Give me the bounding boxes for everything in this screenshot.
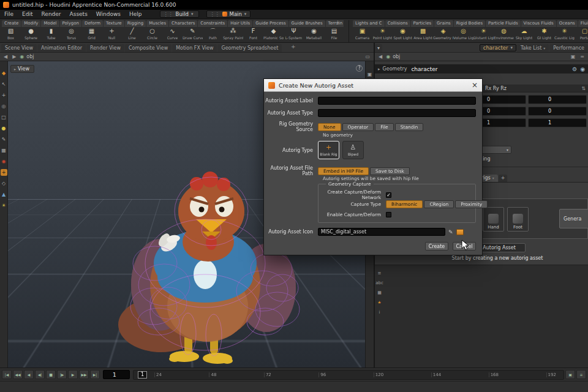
parameter-field[interactable]: 1 [528,118,587,127]
shelf-tool[interactable]: ◉ Metaball [304,27,324,43]
help-icon[interactable]: ? [356,65,363,72]
shelf-tool[interactable]: ✱ GI Light [534,27,554,43]
shelf-tab[interactable]: Model [41,20,59,27]
menu-icon[interactable]: ≡ [579,54,586,59]
shelf-tab[interactable]: Particles [411,20,434,27]
proximity-button[interactable]: Proximity [455,200,488,208]
shelf-tool[interactable]: ◎ Torus [61,27,81,43]
pane-side-icon[interactable]: ★ [377,300,381,306]
pane-tab[interactable]: Render View [86,44,124,52]
transport-button[interactable]: ▶ [68,370,78,379]
viewport-tool-icon[interactable]: + [1,92,7,99]
shelf-tab[interactable]: Create [2,20,21,27]
biharmonic-button[interactable]: Biharmonic [386,200,423,208]
viewport-tool-icon[interactable]: ◎ [1,103,7,110]
take-combo[interactable]: character ▾ [480,44,516,51]
shelf-tool[interactable]: ◉ Spot Light [393,27,413,43]
shelf-tab[interactable]: Viscous Fluids [521,20,556,27]
viewport-tool-icon[interactable]: ● [1,125,7,132]
viewport-tool-icon[interactable]: ▲ [1,191,7,198]
playbar-option-button[interactable]: ▣ [565,370,575,379]
capture-network-checkbox[interactable]: ✓ [386,192,391,198]
forward-icon[interactable]: ▶ [11,54,17,59]
transport-button[interactable]: ▶▶ [79,370,89,379]
menu-item[interactable]: Windows [92,11,125,17]
shelf-tab[interactable]: Collisions [385,20,410,27]
menu-item[interactable]: File [0,11,18,17]
pane-side-icon[interactable]: abc [375,280,383,286]
transport-button[interactable]: |◀ [2,370,12,379]
pane-side-icon[interactable]: ▦ [377,290,382,296]
add-pane-tab-button[interactable]: + [289,43,298,50]
source-operator-button[interactable]: Operator [342,123,374,131]
shelf-tab[interactable]: Guide Process [253,20,288,27]
path-breadcrumb[interactable]: obj [393,54,400,59]
pane-tab[interactable]: Animation Editor [37,44,86,52]
scene-combo[interactable]: ⋮⋮ Main ▾ [206,10,251,18]
shelf-tool[interactable]: ∿ Curve [162,27,183,43]
foot-rig-button[interactable]: Foot [507,207,529,232]
create-button[interactable]: Create [425,242,448,251]
cregion-button[interactable]: CRegion [424,200,454,208]
close-icon[interactable]: × [472,81,478,89]
viewport-tool-icon[interactable]: ✎ [1,136,7,143]
cancel-button[interactable]: Cancel [453,242,476,251]
embed-hip-button[interactable]: Embed in HIP File [318,167,369,175]
shelf-tool[interactable]: + Null [102,27,122,43]
shelf-tab[interactable]: Guide Brushes [289,20,325,27]
shelf-tool[interactable]: F Font [243,27,263,43]
shelf-tool[interactable]: ▩ Area Light [413,27,433,43]
asset-icon-input[interactable]: MISC_digital_asset [318,228,445,236]
viewport-tool-icon[interactable]: ▦ [1,147,7,154]
shelf-tab[interactable]: Modify [21,20,40,27]
shelf-tab[interactable]: Oceans [557,20,578,27]
shelf-tool[interactable]: ☀ Distant Light [473,27,494,43]
shelf-tool[interactable]: ⁂ Spray Paint [223,27,243,43]
menu-item[interactable]: Edit [18,11,37,17]
source-standin-button[interactable]: Standin [395,123,424,131]
shelf-tool[interactable]: ◈ Geometry Light [433,27,453,43]
transport-button[interactable]: ■ [46,370,56,379]
shelf-tool[interactable]: ▦ Grid [81,27,102,43]
expand-icon[interactable]: ▸ [378,67,380,72]
shelf-tab[interactable]: Deform [82,20,103,27]
parameter-field[interactable]: 0 [528,95,587,104]
eyedropper-icon[interactable]: ✎ [448,229,453,235]
viewport-tool-icon[interactable]: ◇ [1,180,7,187]
shelf-tool[interactable]: ✎ Draw Curve [183,27,203,43]
shelf-tab[interactable]: Polygon [60,20,82,27]
tab-take-list[interactable]: Take List ▾ [517,44,549,52]
viewport-tool-icon[interactable]: ◉ [1,158,7,165]
generate-button[interactable]: Genera [559,209,588,228]
playbar-option-button[interactable]: ≡ [576,370,586,379]
asset-type-input[interactable] [318,109,476,117]
menu-item[interactable]: Assets [66,11,92,17]
save-to-disk-button[interactable]: Save to Disk [370,167,410,175]
pane-side-icon[interactable]: ≡ [378,270,382,276]
shelf-tool[interactable]: ╱ Line [122,27,142,43]
shelf-tool[interactable]: ◍ Environment Light [494,27,514,43]
shelf-tool[interactable]: ◆ Platonic Solids [263,27,284,43]
pin-icon[interactable]: ▣ [570,54,577,59]
back-icon[interactable]: ◀ [377,54,383,59]
shelf-tool[interactable]: ○ Circle [142,27,162,43]
shelf-tool[interactable]: ☀ Point Light [372,27,393,43]
desktop-combo[interactable]: ⋮⋮ Build ▾ [160,10,199,18]
viewport-tool-icon[interactable]: ◆ [1,70,7,77]
add-shelf-tab-button[interactable]: + [334,20,342,25]
shelf-tool[interactable]: ▮ Tube [41,27,61,43]
node-icon[interactable]: ◉ [580,66,585,72]
source-file-button[interactable]: File [375,123,394,131]
shelf-tab[interactable]: Rigging [125,20,146,27]
shelf-tab[interactable]: Particle Fluids [486,20,521,27]
hand-rig-button[interactable]: Hand [483,207,504,232]
shelf-tool[interactable]: Ψ L-System [284,27,304,43]
gear-icon[interactable]: ⚙ [572,66,577,72]
value-ladder-icon[interactable]: ⇅ [581,86,586,91]
file-chooser-icon[interactable] [456,229,464,235]
shelf-tab[interactable]: Rigid Bodies [454,20,485,27]
shelf-tool[interactable]: ▤ File [324,27,344,43]
shelf-tab[interactable]: Fluid Contai [578,20,588,27]
current-frame-field[interactable]: 1 [103,370,130,379]
menu-item[interactable]: Help [125,11,146,17]
